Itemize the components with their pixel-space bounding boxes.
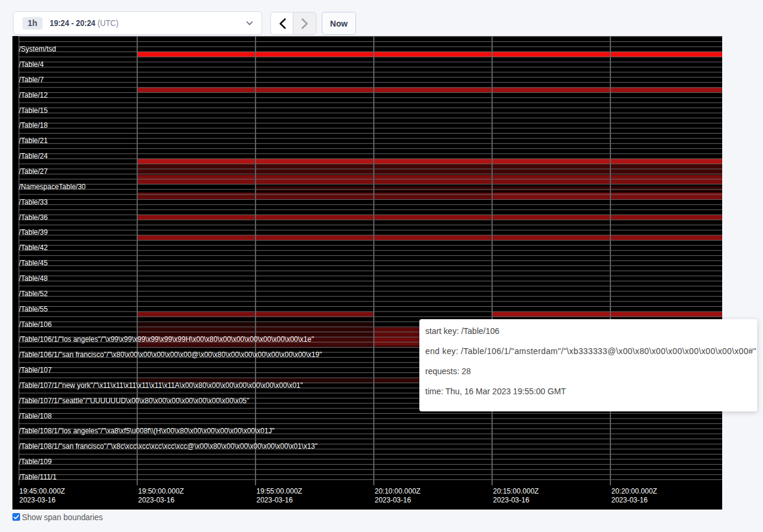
svg-text:/Table/106/1/"san francisco"/": /Table/106/1/"san francisco"/"\x80\x00\x… [19,351,322,359]
svg-text:2023-03-16: 2023-03-16 [20,496,56,504]
svg-text:/Table/106: /Table/106 [19,320,52,329]
svg-text:/Table/108: /Table/108 [19,412,52,420]
svg-text:/Table/106/1/"los angeles"/"\x: /Table/106/1/"los angeles"/"\x99\x99\x99… [19,335,314,343]
svg-text:20:15:00.000Z: 20:15:00.000Z [493,487,539,495]
svg-text:/Table/27: /Table/27 [19,167,48,176]
svg-text:2023-03-16: 2023-03-16 [375,496,412,504]
svg-text:/Table/36: /Table/36 [19,213,48,222]
svg-text:/Table/4: /Table/4 [19,60,44,69]
svg-text:/Table/107: /Table/107 [19,366,52,374]
svg-text:2023-03-16: 2023-03-16 [493,496,530,504]
svg-text:/Table/24: /Table/24 [19,152,48,160]
svg-text:/Table/33: /Table/33 [19,198,48,206]
svg-text:/Table/107/1/"seattle"/"UUUUUU: /Table/107/1/"seattle"/"UUUUUUD\x00\x80\… [19,397,249,405]
svg-text:19:55:00.000Z: 19:55:00.000Z [257,487,302,495]
svg-text:2023-03-16: 2023-03-16 [257,496,293,504]
svg-text:/Table/21: /Table/21 [19,137,48,145]
svg-text:/Table/18: /Table/18 [19,121,48,129]
svg-text:/System/tsd: /System/tsd [19,45,56,53]
svg-text:/Table/109: /Table/109 [19,458,52,466]
svg-text:/Table/39: /Table/39 [19,228,48,236]
svg-text:/Table/15: /Table/15 [19,106,48,115]
svg-text:/Table/55: /Table/55 [19,305,48,313]
svg-text:/Table/48: /Table/48 [19,274,48,283]
svg-text:20:10:00.000Z: 20:10:00.000Z [375,487,421,495]
svg-text:2023-03-16: 2023-03-16 [612,496,648,504]
svg-text:/Table/108/1/"los angeles"/"\x: /Table/108/1/"los angeles"/"\xa8\xf5\u00… [19,427,274,435]
svg-text:19:45:00.000Z: 19:45:00.000Z [20,487,65,495]
svg-text:20:20:00.000Z: 20:20:00.000Z [612,487,657,495]
svg-text:/Table/52: /Table/52 [19,290,48,298]
svg-text:/Table/45: /Table/45 [19,259,48,267]
svg-text:/Table/12: /Table/12 [19,91,48,99]
svg-text:19:50:00.000Z: 19:50:00.000Z [138,487,184,495]
svg-text:2023-03-16: 2023-03-16 [138,496,175,504]
svg-text:/Table/111/1: /Table/111/1 [19,473,57,481]
svg-text:/Table/42: /Table/42 [19,244,48,252]
svg-text:/Table/7: /Table/7 [19,76,44,84]
svg-text:/Table/108/1/"san francisco"/": /Table/108/1/"san francisco"/"\x8c\xcc\x… [19,442,318,450]
svg-text:/Table/107/1/"new york"/"\x11\: /Table/107/1/"new york"/"\x11\x11\x11\x1… [19,381,303,390]
svg-text:/NamespaceTable/30: /NamespaceTable/30 [19,183,86,191]
